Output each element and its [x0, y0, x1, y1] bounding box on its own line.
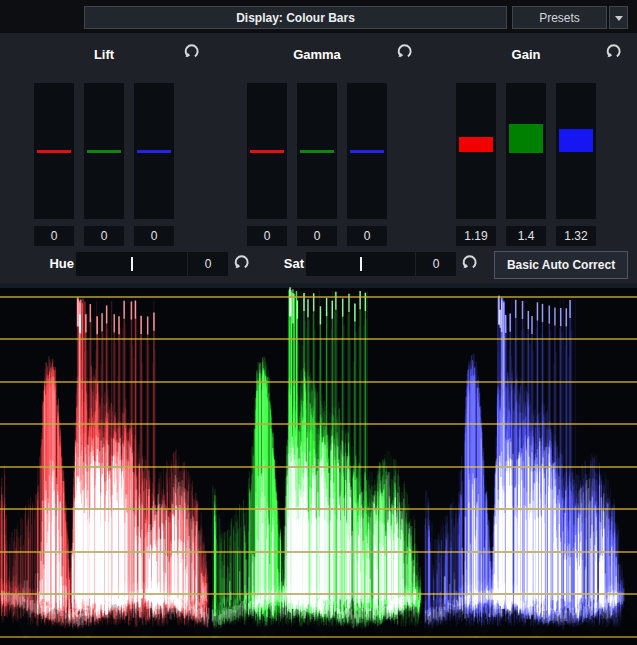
gain-green-handle[interactable]	[509, 124, 543, 153]
gain-blue-handle[interactable]	[559, 129, 593, 152]
gamma-blue-handle[interactable]	[350, 150, 384, 153]
gamma-green-handle[interactable]	[300, 150, 334, 153]
gain-label: Gain	[456, 47, 596, 62]
gain-reset-button[interactable]	[603, 43, 623, 63]
presets-button[interactable]: Presets	[512, 6, 607, 29]
hue-label: Hue	[46, 256, 74, 271]
lift-label: Lift	[34, 47, 174, 62]
gain-blue-slider[interactable]	[556, 83, 596, 219]
hue-slider[interactable]	[76, 252, 187, 276]
sat-slider-handle[interactable]	[360, 257, 362, 271]
reset-icon	[461, 254, 478, 271]
lift-red-value[interactable]: 0	[34, 226, 74, 246]
gamma-blue-slider[interactable]	[347, 83, 387, 219]
gain-blue-value[interactable]: 1.32	[556, 226, 596, 246]
lift-reset-button[interactable]	[181, 43, 201, 63]
gamma-green-slider[interactable]	[297, 83, 337, 219]
gamma-green-value[interactable]: 0	[297, 226, 337, 246]
gain-green-slider[interactable]	[506, 83, 546, 219]
lift-group: Lift 0 0 0	[34, 41, 200, 251]
lift-blue-value[interactable]: 0	[134, 226, 174, 246]
gamma-red-value[interactable]: 0	[247, 226, 287, 246]
hue-value[interactable]: 0	[188, 252, 228, 276]
sat-reset-button[interactable]	[459, 254, 479, 274]
basic-auto-correct-button[interactable]: Basic Auto Correct	[494, 251, 628, 279]
hue-reset-button[interactable]	[231, 254, 251, 274]
lift-green-slider[interactable]	[84, 83, 124, 219]
rgb-parade-scope	[0, 283, 637, 645]
lift-red-handle[interactable]	[37, 150, 71, 153]
top-bar: Display: Colour Bars Presets	[0, 0, 637, 33]
gamma-reset-button[interactable]	[394, 43, 414, 63]
sat-label: Sat	[278, 256, 304, 271]
lift-green-value[interactable]: 0	[84, 226, 124, 246]
lift-blue-handle[interactable]	[137, 150, 171, 153]
reset-icon	[605, 43, 622, 60]
lift-blue-slider[interactable]	[134, 83, 174, 219]
gamma-blue-value[interactable]: 0	[347, 226, 387, 246]
lift-red-slider[interactable]	[34, 83, 74, 219]
controls-panel: Lift 0 0 0 Gamma 0 0 0 Gain	[0, 33, 637, 283]
reset-icon	[396, 43, 413, 60]
lift-green-handle[interactable]	[87, 150, 121, 153]
colour-correction-panel: Display: Colour Bars Presets Lift 0 0 0 …	[0, 0, 637, 645]
display-button[interactable]: Display: Colour Bars	[84, 6, 507, 29]
sat-value[interactable]: 0	[416, 252, 456, 276]
reset-icon	[233, 254, 250, 271]
gain-red-handle[interactable]	[459, 137, 493, 152]
chevron-down-icon	[615, 16, 623, 21]
presets-dropdown-button[interactable]	[609, 6, 628, 29]
gamma-red-slider[interactable]	[247, 83, 287, 219]
sat-slider[interactable]	[306, 252, 415, 276]
gain-group: Gain 1.19 1.4 1.32	[456, 41, 622, 251]
gamma-label: Gamma	[247, 47, 387, 62]
gain-green-value[interactable]: 1.4	[506, 226, 546, 246]
hue-slider-handle[interactable]	[131, 257, 133, 271]
gamma-red-handle[interactable]	[250, 150, 284, 153]
reset-icon	[183, 43, 200, 60]
gain-red-value[interactable]: 1.19	[456, 226, 496, 246]
gamma-group: Gamma 0 0 0	[247, 41, 413, 251]
gain-red-slider[interactable]	[456, 83, 496, 219]
